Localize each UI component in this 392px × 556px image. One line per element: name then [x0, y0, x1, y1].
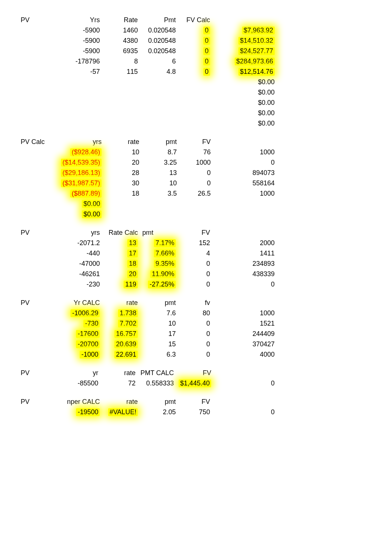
- pv-calc-r0-c1: [18, 147, 47, 157]
- rate-calc-r2-c1: [18, 258, 45, 269]
- fv-calc-row: $0.00: [18, 87, 277, 97]
- fv-calc-r1-c5: 0: [178, 35, 212, 46]
- yr-calc-r0-c6-value: 1000: [260, 309, 275, 317]
- pv-calc-r6-c5: [179, 209, 213, 219]
- rate-calc-r2-c2: -47000: [45, 258, 102, 269]
- fv-calc-table: PVYrsRatePmtFV Calc-590014600.0205480$7,…: [18, 15, 277, 128]
- fv-calc-r7-c4: [140, 97, 178, 108]
- rate-calc-r4-c4: -27.25%: [140, 279, 178, 289]
- fv-calc-r1-c2: -5900: [45, 35, 102, 46]
- yr-calc-r4-c6-value: 4000: [260, 351, 275, 358]
- rate-calc-r4-c5: 0: [178, 279, 212, 289]
- fv-calc-r7-c6-value: $0.00: [258, 99, 275, 106]
- nper-calc-table: PVnper CALCratepmtFV-19500#VALUE!2.05750…: [18, 397, 277, 417]
- fv-calc-r3-c1: [18, 56, 45, 66]
- yr-calc-r1-c5-value: 0: [206, 320, 210, 327]
- pv-calc-r1-c4: 3.25: [141, 157, 179, 168]
- fv-calc-row: $0.00: [18, 97, 277, 108]
- fv-calc-hdr-5: [212, 15, 277, 25]
- fv-calc-r9-c6-value: $0.00: [258, 120, 275, 127]
- nper-calc-r0-c3: #VALUE!: [102, 407, 140, 417]
- pv-calc-r4-c3: 18: [104, 188, 141, 199]
- rate-calc-r2-c4-value: 9.35%: [154, 260, 176, 268]
- pv-calc-r4-c1: [18, 188, 47, 199]
- fv-calc-row: -590014600.0205480$7,963.92: [18, 25, 277, 35]
- fv-calc-r2-c5-value: 0: [203, 47, 210, 55]
- pv-calc-r0-c2: ($928.46): [47, 147, 104, 157]
- fv-calc-r2-c6-value: $24,527.77: [238, 47, 275, 55]
- pmt-calc-hdr-4: FV: [176, 368, 213, 378]
- fv-calc-r3-c6: $284,973.66: [212, 56, 277, 66]
- pv-calc-hdr-3: pmt: [141, 137, 179, 147]
- rate-calc-row: -47000189.35%0234893: [18, 258, 277, 269]
- pv-calc-r1-c5-value: 1000: [196, 159, 211, 166]
- pmt-calc-header-row: PVyrratePMT CALCFV: [18, 368, 277, 378]
- fv-calc-hdr-3-value: Pmt: [164, 16, 176, 24]
- yr-calc-r3-c6-value: 370427: [252, 340, 275, 348]
- fv-calc-r7-c5: [178, 97, 212, 108]
- fv-calc-r9-c3: [102, 118, 140, 128]
- yr-calc-table: PVYr CALCratepmtfv-1006.291.7387.6801000…: [18, 298, 277, 360]
- rate-calc-r3-c6-value: 438339: [252, 270, 275, 278]
- pv-calc-hdr-0-value: PV Calc: [21, 138, 45, 145]
- rate-calc-r3-c5-value: 0: [206, 270, 210, 278]
- fv-calc-r8-c1: [18, 108, 45, 118]
- pv-calc-hdr-5: [213, 137, 277, 147]
- pmt-calc-hdr-0-value: PV: [21, 369, 30, 377]
- pmt-calc-r0-c2: -85500: [45, 378, 101, 388]
- pv-calc-r1-c2: ($14,539.35): [47, 157, 104, 168]
- pv-calc-hdr-2: rate: [104, 137, 141, 147]
- yr-calc-row: -7307.7021001521: [18, 318, 277, 329]
- fv-calc-r2-c3: 6935: [102, 46, 140, 56]
- pv-calc-r3-c2: ($31,987.57): [47, 178, 104, 188]
- fv-calc-r4-c3: 115: [102, 66, 140, 77]
- yr-calc-r3-c2: -20700: [45, 339, 102, 349]
- pv-calc-r4-c6: 1000: [213, 188, 277, 199]
- yr-calc-r3-c5-value: 0: [206, 340, 210, 348]
- yr-calc-hdr-1: Yr CALC: [45, 298, 102, 308]
- rate-calc-row: -462612011.90%0438339: [18, 269, 277, 279]
- yr-calc-row: -1006.291.7387.6801000: [18, 308, 277, 318]
- nper-calc-r0-c1: [18, 407, 45, 417]
- pv-calc-r1-c1: [18, 157, 47, 168]
- yr-calc-r1-c4-value: 10: [168, 320, 176, 327]
- rate-calc-r1-c2-value: -440: [86, 250, 100, 257]
- fv-calc-r5-c6-value: $0.00: [258, 78, 275, 86]
- rate-calc-r3-c2: -46261: [45, 269, 102, 279]
- fv-calc-r9-c5: [178, 118, 212, 128]
- fv-calc-r0-c2: -5900: [45, 25, 102, 35]
- rate-calc-r1-c5-value: 4: [206, 250, 210, 257]
- pmt-calc-table: PVyrratePMT CALCFV-85500720.558333$1,445…: [18, 368, 277, 388]
- pv-calc-r0-c5: 76: [179, 147, 213, 157]
- yr-calc-r1-c1: [18, 318, 45, 329]
- rate-calc-r3-c1: [18, 269, 45, 279]
- nper-calc-r0-c4: 2.05: [140, 407, 178, 417]
- pv-calc-r6-c2-value: $0.00: [82, 210, 102, 218]
- nper-calc-header-row: PVnper CALCratepmtFV: [18, 397, 277, 407]
- pv-calc-r5-c5: [179, 199, 213, 209]
- pv-calc-r3-c5: 0: [179, 178, 213, 188]
- fv-calc-r4-c1: [18, 66, 45, 77]
- fv-calc-r2-c2: -5900: [45, 46, 102, 56]
- pv-calc-r0-c6-value: 1000: [260, 148, 275, 156]
- rate-calc-r0-c4-value: 7.17%: [154, 239, 176, 247]
- fv-calc-r3-c5-value: 0: [203, 58, 210, 65]
- yr-calc-row: -100022.6916.304000: [18, 349, 277, 360]
- rate-calc-r2-c3-value: 18: [127, 260, 138, 268]
- pv-calc-r3-c4-value: 10: [169, 179, 177, 187]
- rate-calc-r4-c4-value: -27.25%: [148, 281, 176, 288]
- fv-calc-hdr-1-value: Yrs: [90, 16, 100, 24]
- rate-calc-r0-c5: 152: [178, 238, 212, 248]
- rate-calc-r1-c4: 7.66%: [140, 248, 178, 258]
- pv-calc-r3-c6: 558164: [213, 178, 277, 188]
- pv-calc-r1-c3: 20: [104, 157, 141, 168]
- fv-calc-r7-c1: [18, 97, 45, 108]
- pmt-calc-r0-c4: 0.558333: [138, 378, 176, 388]
- pv-calc-r0-c4: 8.7: [141, 147, 179, 157]
- pmt-calc-hdr-2: rate: [100, 368, 138, 378]
- rate-calc-r2-c2-value: -47000: [79, 260, 100, 267]
- pv-calc-r1-c3-value: 20: [132, 159, 139, 166]
- pv-calc-hdr-4: FV: [179, 137, 213, 147]
- yr-calc-r4-c5: 0: [178, 349, 212, 360]
- fv-calc-row: -590043800.0205480$14,510.32: [18, 35, 277, 46]
